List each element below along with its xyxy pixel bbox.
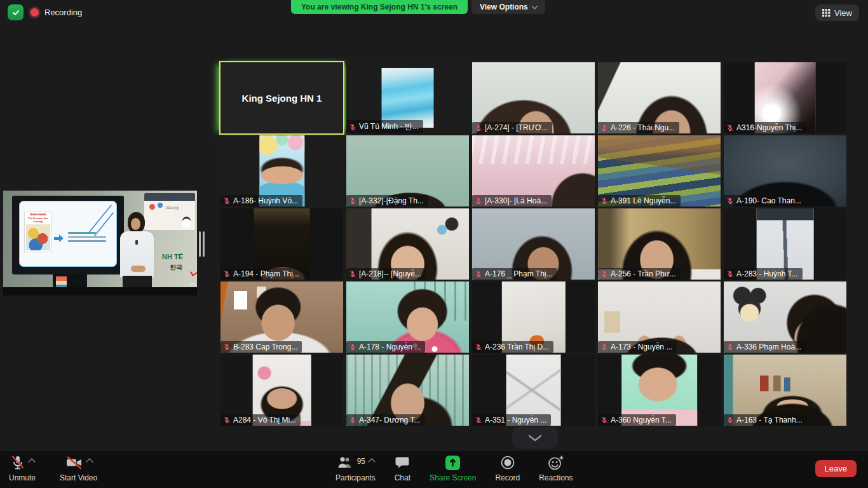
chevron-down-icon — [531, 3, 538, 10]
participant-name: [A-330]- [Lã Hoà... — [485, 196, 547, 205]
participant-name-label: A-360 Nguyễn T... — [598, 414, 676, 426]
participant-tile[interactable]: A-163 - Tạ Thanh... — [724, 355, 846, 426]
participant-name: A-236 Trần Thị D... — [485, 342, 549, 351]
participant-name-label: A-391 Lê Nguyễn... — [598, 195, 681, 207]
top-bar: Recording You are viewing King Sejong HN… — [0, 0, 868, 25]
participant-tile[interactable]: A-176 _ Phạm Thị... — [472, 208, 595, 280]
participant-name: A-283 - Huỳnh T... — [736, 269, 798, 278]
recording-indicator-icon — [31, 8, 39, 17]
participant-tile[interactable]: A-173 - Nguyễn ... — [598, 281, 721, 353]
participant-name: A-256 - Trần Phư... — [611, 269, 676, 278]
participant-name-label: A-256 - Trần Phư... — [598, 268, 681, 280]
participant-name-label: A-283 - Huỳnh T... — [724, 268, 803, 280]
start-video-label: Start Video — [60, 473, 97, 482]
participant-tile[interactable]: [A-330]- [Lã Hoà... — [472, 135, 595, 207]
participant-name: A-347- Dương T... — [359, 416, 420, 424]
chat-label: Chat — [395, 473, 410, 482]
view-button[interactable]: View — [815, 4, 859, 21]
record-button[interactable]: Record — [495, 455, 520, 482]
participant-name-label: A-194 - Phạm Thị... — [220, 268, 304, 280]
participant-tile[interactable]: A-283 - Huỳnh T... — [724, 208, 846, 280]
participant-name-label: [A-274] - [TRƯƠ... — [472, 122, 552, 133]
chat-button[interactable]: Chat — [395, 455, 410, 482]
participant-name-label: A-351 - Nguyễn ... — [472, 414, 551, 426]
participant-tile[interactable]: A316-Nguyễn Thị... — [724, 62, 846, 133]
scroll-down-button[interactable] — [512, 427, 558, 449]
mic-muted-icon — [475, 270, 482, 278]
participant-tile[interactable]: A-336 Phạm Hoà... — [724, 281, 846, 353]
recording-label: Recording — [44, 8, 82, 17]
participant-name-label: A-173 - Nguyễn ... — [598, 341, 677, 353]
participant-name-label: B-283 Cap Trong... — [220, 341, 302, 353]
participants-caret[interactable] — [368, 458, 375, 465]
participant-tile[interactable]: King Sejong HN 1 — [220, 62, 343, 133]
participant-tile[interactable]: A284 - Võ Thị Mi... — [220, 355, 343, 426]
participant-tile[interactable]: A-236 Trần Thị D... — [472, 281, 595, 353]
participant-tile[interactable]: Vũ Tú Minh - 반... — [346, 62, 469, 133]
mic-muted-icon — [600, 343, 608, 351]
red-check-mark — [190, 268, 197, 276]
participant-tile[interactable]: A-360 Nguyễn T... — [598, 355, 721, 426]
participant-name: A-190- Cao Than... — [736, 196, 801, 205]
participant-name: [A-218]-- [Nguyễ... — [359, 269, 421, 278]
mic-muted-icon — [223, 416, 231, 424]
participant-tile[interactable]: A-178 - Nguyễn ... — [346, 281, 469, 353]
cover-illustration — [26, 224, 50, 250]
participant-tile[interactable]: [A-274] - [TRƯƠ... — [472, 62, 595, 133]
participant-tile[interactable]: A-347- Dương T... — [346, 355, 469, 426]
mic-muted-icon — [475, 416, 482, 424]
participant-tile[interactable]: A-226 - Thái Ngu... — [598, 62, 721, 133]
record-label: Record — [495, 473, 520, 482]
participant-tile[interactable]: A-256 - Trần Phư... — [598, 208, 721, 280]
corner-caption: |Th — [189, 282, 195, 286]
participant-tile[interactable]: A-190- Cao Than... — [724, 135, 846, 207]
record-icon — [500, 455, 515, 470]
audio-options-caret[interactable] — [28, 458, 35, 465]
mic-muted-icon — [475, 124, 482, 132]
security-shield-icon[interactable] — [8, 4, 24, 20]
mic-muted-icon — [726, 416, 734, 424]
mic-muted-icon — [223, 197, 231, 205]
participant-tile[interactable]: A-194 - Phạm Thị... — [220, 208, 343, 280]
participant-tile[interactable]: A-391 Lê Nguyễn... — [598, 135, 721, 207]
viewing-screen-banner: You are viewing King Sejong HN 1's scree… — [291, 0, 468, 14]
participant-tile[interactable]: [A-332]-[Đặng Th... — [346, 135, 469, 207]
shared-screen-thumbnail[interactable]: Newsweek The Koreans Are Coming! 2021세종 — [3, 191, 197, 295]
camera-off-icon — [65, 455, 83, 471]
participant-tile[interactable]: A-186- Huỳnh Võ... — [220, 135, 343, 207]
mic-muted-icon — [600, 416, 608, 424]
mic-muted-icon — [223, 343, 231, 351]
start-video-button[interactable]: Start Video — [60, 455, 97, 482]
participant-name-label: A-186- Huỳnh Võ... — [220, 195, 302, 207]
participant-name: A-178 - Nguyễn ... — [359, 342, 421, 351]
participant-name-label: A-347- Dương T... — [346, 414, 424, 426]
desk — [3, 287, 197, 295]
participant-tile[interactable]: [A-218]-- [Nguyễ... — [346, 208, 469, 280]
video-options-caret[interactable] — [86, 458, 93, 465]
share-screen-icon — [445, 455, 461, 471]
participants-label: Participants — [336, 473, 376, 482]
leave-button[interactable]: Leave — [815, 460, 857, 477]
participant-name-label: A-178 - Nguyễn ... — [346, 341, 425, 353]
participant-video-portrait — [381, 68, 434, 128]
board-awning — [144, 193, 195, 201]
thumbnail-drag-handle[interactable] — [199, 231, 205, 257]
share-screen-button[interactable]: Share Screen — [430, 455, 476, 482]
reactions-label: Reactions — [539, 473, 573, 482]
participant-tile[interactable]: B-283 Cap Trong... — [220, 281, 343, 353]
participant-grid: King Sejong HN 1Vũ Tú Minh - 반...[A-274]… — [220, 62, 846, 426]
participant-name-label: A316-Nguyễn Thị... — [724, 122, 806, 133]
participant-name: A-351 - Nguyễn ... — [485, 416, 546, 424]
participant-name: A-360 Nguyễn T... — [611, 416, 672, 424]
chat-icon — [395, 455, 410, 470]
participants-button[interactable]: 95 Participants — [336, 455, 376, 482]
participants-count: 95 — [357, 457, 365, 466]
view-options-button[interactable]: View Options — [471, 0, 545, 14]
participant-name: [A-332]-[Đặng Th... — [359, 196, 424, 205]
presentation-screen: Newsweek The Koreans Are Coming! — [12, 196, 124, 274]
unmute-button[interactable]: Unmute — [9, 455, 36, 482]
participant-name: A-194 - Phạm Thị... — [233, 269, 299, 278]
board-text-nh-te: NH TẾ — [162, 253, 183, 261]
reactions-button[interactable]: Reactions — [539, 455, 573, 482]
participant-tile[interactable]: A-351 - Nguyễn ... — [472, 355, 595, 426]
